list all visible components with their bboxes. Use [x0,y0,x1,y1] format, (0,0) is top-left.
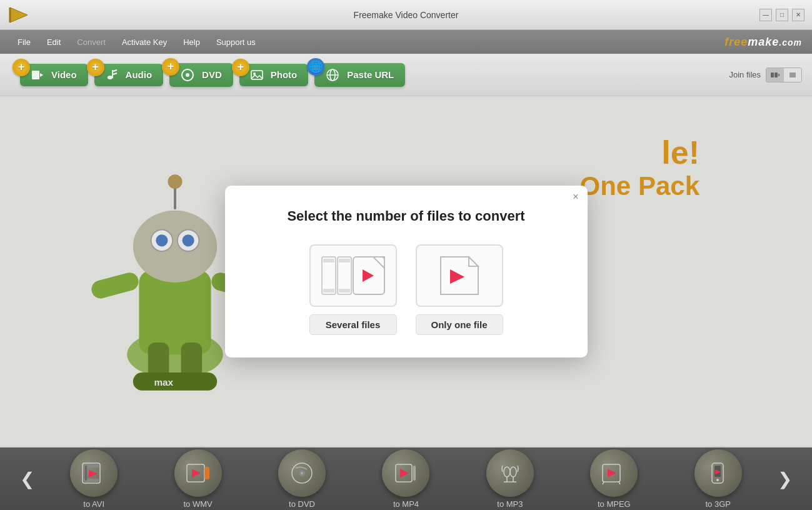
svg-line-6 [113,70,117,71]
several-files-icon[interactable] [309,244,397,307]
format-mp4[interactable]: to MP4 [382,449,429,509]
format-dvd[interactable]: to DVD [278,449,326,509]
svg-marker-0 [10,8,28,22]
format-mp3-label: to MP3 [497,499,523,509]
photo-btn-label: Photo [271,69,298,80]
add-dvd-button[interactable]: + DVD [169,63,233,87]
svg-point-9 [186,73,189,77]
svg-line-7 [113,73,117,74]
video-icon [31,69,44,81]
audio-icon [106,69,118,81]
plus-icon-url: 🌐 [307,58,324,76]
next-format-button[interactable]: ❯ [770,464,799,494]
add-audio-button[interactable]: + Audio [94,64,164,86]
menu-items: File Edit Convert Activate Key Help Supp… [10,35,263,49]
one-file-label: Only one file [416,314,503,335]
menu-activate[interactable]: Activate Key [114,35,174,49]
add-photo-button[interactable]: + Photo [239,64,309,86]
audio-btn-label: Audio [126,69,153,80]
brand-text-com: .com [779,38,802,48]
svg-rect-18 [789,72,796,78]
svg-line-66 [603,482,604,484]
format-mpeg-label: to MPEG [598,499,631,509]
svg-rect-10 [251,71,263,79]
format-mpeg-icon [590,449,638,497]
svg-rect-38 [339,259,350,262]
plus-icon-dvd: + [162,58,179,76]
window-controls: — □ ✕ [759,9,804,21]
svg-point-54 [301,472,303,474]
svg-marker-3 [40,73,43,77]
title-bar-left [8,4,30,26]
dvd-btn-label: DVD [202,69,222,80]
svg-point-70 [716,479,719,481]
format-mpeg[interactable]: to MPEG [590,449,638,509]
svg-rect-39 [339,289,350,292]
dvd-icon [181,68,194,82]
toolbar: + Video + Audio + DVD + Photo [0,54,812,96]
menu-support[interactable]: Support us [209,35,263,49]
several-files-label: Several files [309,314,397,335]
menu-help[interactable]: Help [176,35,208,49]
svg-rect-15 [771,72,774,78]
svg-marker-50 [192,469,201,478]
join-toggle-on[interactable] [766,68,784,82]
svg-point-61 [510,467,516,477]
svg-rect-36 [323,289,334,292]
svg-rect-16 [774,72,778,78]
app-title: Freemake Video Converter [354,10,459,20]
svg-rect-35 [323,259,334,262]
dialog-title: Select the number of files to convert [256,208,556,224]
format-3gp-icon [694,449,742,497]
format-mp4-icon [382,449,429,497]
plus-icon-video: + [13,59,30,76]
svg-rect-57 [413,466,416,481]
svg-point-58 [504,467,510,477]
format-mp3-icon [486,449,534,497]
svg-rect-2 [32,71,39,79]
format-wmv[interactable]: to WMV [174,449,222,509]
format-dvd-label: to DVD [289,499,315,509]
dialog-options: Several files Only one file [256,244,556,335]
format-mp3[interactable]: to MP3 [486,449,534,509]
menu-file[interactable]: File [10,35,38,49]
svg-line-67 [619,482,620,484]
one-file-icon[interactable] [416,244,503,307]
video-btn-label: Video [51,69,77,80]
main-content: max le! One Pack × Select the number of … [0,96,812,446]
paste-url-button[interactable]: 🌐 Paste URL [314,63,405,87]
minimize-button[interactable]: — [759,9,772,21]
dialog-overlay: × Select the number of files to convert [0,96,812,446]
join-toggle[interactable] [766,68,802,82]
format-bar: ❮ to AVI [0,448,812,510]
format-wmv-icon [174,449,222,497]
prev-format-button[interactable]: ❮ [13,464,42,494]
menu-edit[interactable]: Edit [39,35,68,49]
format-wmv-label: to WMV [184,499,213,509]
add-video-button[interactable]: + Video [20,64,88,86]
svg-marker-42 [363,269,374,282]
restore-button[interactable]: □ [776,9,788,21]
format-3gp-label: to 3GP [706,499,731,509]
brand-logo: freemake.com [724,36,802,49]
svg-marker-47 [89,470,98,478]
join-toggle-off[interactable] [784,68,801,82]
format-avi-label: to AVI [83,499,104,509]
title-bar: Freemake Video Converter — □ ✕ [0,0,812,30]
url-btn-label: Paste URL [347,69,394,80]
svg-marker-43 [450,269,464,284]
dialog-close-button[interactable]: × [573,192,578,202]
format-3gp[interactable]: to 3GP [694,449,742,509]
file-count-dialog: × Select the number of files to convert [225,186,588,358]
svg-rect-17 [778,74,779,76]
plus-icon-photo: + [232,59,249,76]
svg-rect-5 [112,70,113,78]
format-avi[interactable]: to AVI [70,449,118,509]
join-files-control: Join files [729,68,802,82]
one-file-option[interactable]: Only one file [416,244,503,335]
format-dvd-icon [278,449,326,497]
svg-rect-51 [204,467,209,479]
svg-rect-48 [85,466,87,481]
several-files-option[interactable]: Several files [309,244,397,335]
close-button[interactable]: ✕ [792,9,804,21]
